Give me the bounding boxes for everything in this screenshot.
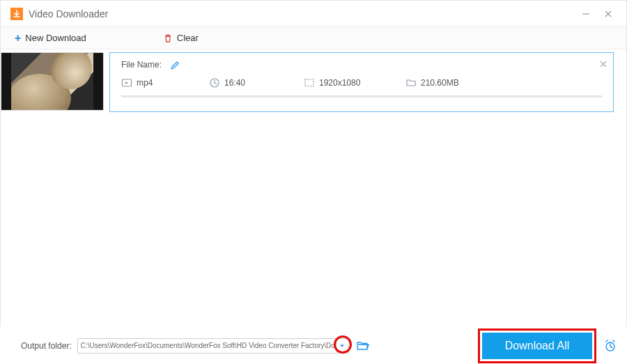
video-thumbnail[interactable] <box>1 52 104 111</box>
clear-label: Clear <box>177 33 199 43</box>
output-folder-field[interactable]: C:\Users\WonderFox\Documents\WonderFox S… <box>77 338 349 354</box>
trash-icon <box>163 33 173 44</box>
download-item: File Name: mp4 16:40 1920x1080 210.60MB <box>1 52 626 112</box>
progress-bar <box>121 95 602 97</box>
minimize-button[interactable] <box>575 3 597 25</box>
schedule-button[interactable] <box>603 339 617 353</box>
app-logo-icon <box>10 8 23 20</box>
resolution-value: 1920x1080 <box>319 78 360 88</box>
new-download-label: New Download <box>25 33 86 43</box>
new-download-button[interactable]: + New Download <box>15 33 86 44</box>
plus-icon: + <box>15 33 21 44</box>
output-folder-dropdown[interactable] <box>336 339 348 353</box>
clear-button[interactable]: Clear <box>163 33 199 44</box>
resolution-icon <box>304 77 315 88</box>
output-folder-label: Output folder: <box>21 341 72 351</box>
title-bar: Video Downloader <box>1 1 626 27</box>
download-item-card[interactable]: File Name: mp4 16:40 1920x1080 210.60MB <box>109 52 614 112</box>
duration-meta: 16:40 <box>209 77 293 88</box>
chevron-down-icon <box>339 343 345 349</box>
open-output-folder-button[interactable] <box>356 340 370 351</box>
format-meta: mp4 <box>121 77 198 88</box>
window-title: Video Downloader <box>29 8 108 19</box>
duration-value: 16:40 <box>224 78 245 88</box>
edit-filename-button[interactable] <box>170 60 180 70</box>
toolbar: + New Download Clear <box>1 27 626 49</box>
bottom-bar: Output folder: C:\Users\WonderFox\Docume… <box>0 326 627 364</box>
download-all-wrapper: Download All <box>482 333 592 359</box>
folder-icon <box>405 77 417 88</box>
size-value: 210.60MB <box>421 78 459 88</box>
remove-item-button[interactable] <box>599 57 607 70</box>
file-name-label: File Name: <box>121 60 162 70</box>
svg-rect-3 <box>305 79 314 86</box>
meta-row: mp4 16:40 1920x1080 210.60MB <box>121 77 602 88</box>
resolution-meta: 1920x1080 <box>304 77 394 88</box>
size-meta: 210.60MB <box>405 77 459 88</box>
clock-icon <box>209 77 220 88</box>
output-folder-path: C:\Users\WonderFox\Documents\WonderFox S… <box>81 342 336 349</box>
download-all-button[interactable]: Download All <box>482 333 592 359</box>
format-value: mp4 <box>137 78 153 88</box>
alarm-clock-icon <box>603 339 617 353</box>
video-format-icon <box>121 77 132 88</box>
file-name-row: File Name: <box>121 60 602 70</box>
open-folder-icon <box>356 340 370 351</box>
download-all-label: Download All <box>505 340 570 352</box>
close-button[interactable] <box>597 3 619 25</box>
